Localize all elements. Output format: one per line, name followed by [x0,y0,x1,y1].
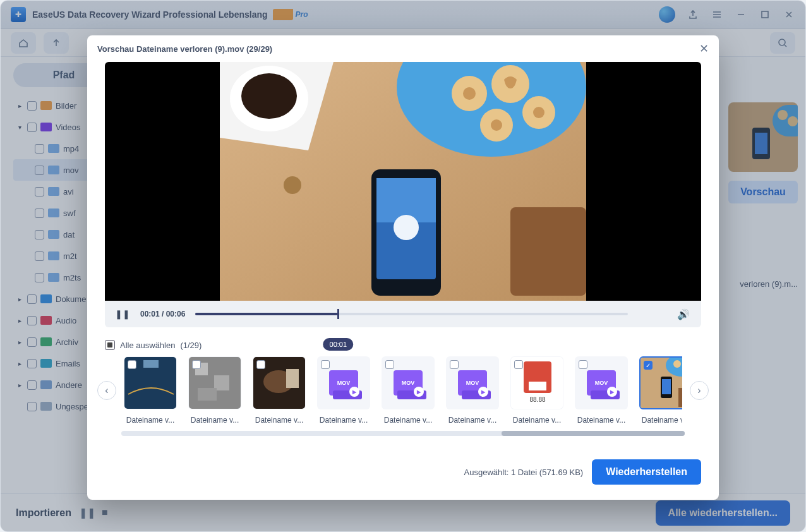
modal-overlay: Vorschau Dateiname verloren (9).mov (29/… [1,1,805,531]
video-player: ❚❚ 00:01 / 00:06 00:01 🔊 [105,62,701,327]
svg-rect-33 [286,369,299,388]
svg-point-13 [463,87,476,100]
thumbnail-item[interactable]: MOV▶Dateiname v... [446,356,499,425]
thumb-checkbox[interactable] [321,360,330,369]
thumb-label: Dateiname v... [124,416,177,425]
thumbnail-item[interactable]: 88.88Dateiname v... [510,356,563,425]
svg-point-10 [241,73,297,119]
svg-rect-44 [678,388,682,407]
svg-rect-26 [143,360,159,368]
thumb-checkbox[interactable] [385,360,394,369]
progress-bar[interactable]: 00:01 [195,313,628,315]
select-all-row: Alle auswählen (1/29) [105,340,701,350]
time-display: 00:01 / 00:06 [140,310,185,318]
gallery-next-button[interactable]: › [690,381,709,400]
thumbnail-item[interactable]: MOV▶Dateiname v... [575,356,628,425]
mov-file-icon: MOV▶ [329,370,358,396]
select-count: (1/29) [180,341,202,350]
thumb-label: Dateiname v... [446,416,499,425]
thumb-label: Dateiname v... [510,416,563,425]
thumb-label: Dateiname v... [253,416,306,425]
svg-point-23 [394,215,419,240]
thumb-label: Dateiname v... [382,416,435,425]
preview-modal: Vorschau Dateiname verloren (9).mov (29/… [87,35,719,500]
mov-file-icon: MOV▶ [587,370,616,396]
thumb-checkbox[interactable] [450,360,459,369]
app-window: ✚ EaseUS Data Recovery Wizard Profession… [0,0,806,532]
svg-rect-19 [510,207,586,296]
volume-button[interactable]: 🔊 [677,308,690,320]
thumbnail-item[interactable]: MOV▶Dateiname v... [382,356,435,425]
select-all-checkbox[interactable] [105,340,115,350]
thumbnail-gallery: ‹ Dateiname v...Dateiname v...Dateiname … [97,356,709,425]
gallery-scrollbar[interactable] [121,431,685,436]
video-frame[interactable] [105,62,701,301]
svg-text:88.88: 88.88 [529,396,545,403]
thumb-checkbox[interactable] [256,360,265,369]
thumbnail-item[interactable]: Dateiname v... [188,356,241,425]
thumbnail-item[interactable]: ✓Dateiname v... [639,356,682,425]
thumb-checkbox[interactable] [514,360,523,369]
player-controls: ❚❚ 00:01 / 00:06 00:01 🔊 [105,301,701,327]
pause-button[interactable]: ❚❚ [115,309,130,319]
thumb-label: Dateiname v... [575,416,628,425]
recover-button[interactable]: Wiederherstellen [592,459,701,485]
thumb-checkbox[interactable] [128,360,136,369]
modal-close-button[interactable]: ✕ [699,42,709,56]
svg-point-40 [673,360,681,368]
mov-file-icon: MOV▶ [394,370,423,396]
thumbnail-item[interactable]: Dateiname v... [124,356,177,425]
svg-point-18 [491,119,502,131]
thumbnail-item[interactable]: Dateiname v... [253,356,306,425]
thumb-checkbox[interactable]: ✓ [644,361,653,370]
time-tooltip: 00:01 [323,338,354,351]
thumbnail-item[interactable]: MOV▶Dateiname v... [317,356,370,425]
thumb-label: Dateiname v... [188,416,241,425]
gallery-prev-button[interactable]: ‹ [97,381,116,400]
thumb-checkbox[interactable] [579,360,587,369]
mov-file-icon: MOV▶ [458,370,487,396]
select-all-label: Alle auswählen [120,341,175,350]
thumb-label: Dateiname v... [317,416,370,425]
thumb-label: Dateiname v... [639,416,682,425]
selection-summary: Ausgewählt: 1 Datei (571.69 KB) [464,468,584,477]
svg-rect-30 [198,388,217,401]
svg-point-24 [284,176,301,194]
svg-rect-36 [529,382,546,390]
svg-rect-43 [662,379,671,394]
modal-title: Vorschau Dateiname verloren (9).mov (29/… [97,44,272,54]
thumb-checkbox[interactable] [192,360,201,369]
svg-point-16 [533,107,544,118]
